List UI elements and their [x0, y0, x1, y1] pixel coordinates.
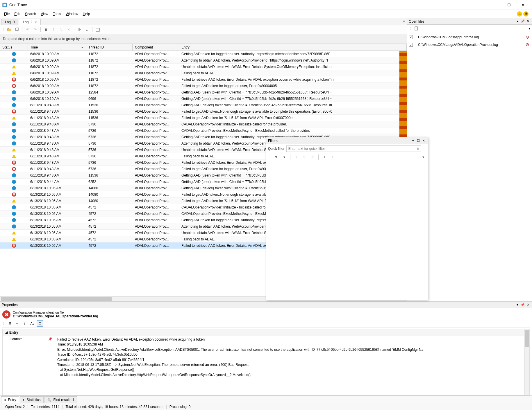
panel-pin-icon[interactable]: 📌: [520, 19, 525, 24]
cell-time: 6/6/2018 10:09 AM: [28, 84, 86, 88]
toolbar-overflow-icon[interactable]: ▾: [529, 26, 530, 30]
column-status[interactable]: Status: [0, 44, 28, 51]
log-tab[interactable]: Log_2✕: [19, 19, 40, 25]
quick-filter-input[interactable]: [286, 145, 421, 152]
filters-menu-icon[interactable]: ▾: [410, 138, 416, 143]
table-row[interactable]: i6/6/2018 10:09 AM12584ADALOperationProv…: [0, 89, 407, 96]
panel-menu-icon[interactable]: ▾: [515, 303, 520, 307]
pin-small-icon[interactable]: 📌: [48, 337, 52, 341]
table-row[interactable]: !6/6/2018 10:09 AM11872ADALOperationProv…: [0, 70, 407, 76]
info-icon: i: [12, 135, 16, 139]
cell-entry: Falling back to ADAL.: [179, 71, 407, 75]
filters-overflow-icon[interactable]: ▾: [420, 154, 426, 160]
panel-menu-icon[interactable]: ▾: [515, 19, 520, 24]
prop-view5-icon[interactable]: ⊡: [37, 320, 43, 327]
table-row[interactable]: i6/6/2018 10:09 AM11872ADALOperationProv…: [0, 57, 407, 64]
cell-time: 6/13/2018 10:05 AM: [28, 205, 86, 209]
refresh-icon[interactable]: ⟳: [76, 27, 82, 33]
panel-close-icon[interactable]: ✕: [526, 19, 530, 24]
prop-sort-icon[interactable]: A↓: [29, 320, 35, 327]
column-time[interactable]: Time▲: [28, 44, 86, 51]
scroll-thumb[interactable]: [1, 297, 112, 301]
table-row[interactable]: i6/11/2018 9:43 AM11536ADALOperationProv…: [0, 102, 407, 108]
auto-scroll-icon[interactable]: ⤓: [84, 27, 90, 33]
menu-view[interactable]: View: [38, 11, 51, 17]
menu-window[interactable]: Window: [63, 11, 81, 17]
properties-tab[interactable]: ≡Entry: [1, 396, 19, 403]
table-row[interactable]: i6/6/2018 10:10 AM9696ADALOperationProv.…: [0, 96, 407, 102]
vscroll-thumb[interactable]: [525, 330, 529, 347]
cell-entry: Getting AAD (device) token with: ClientI…: [179, 103, 407, 107]
info-icon: i: [12, 212, 16, 216]
table-row[interactable]: !6/11/2018 9:43 AM11536ADALOperationProv…: [0, 115, 407, 121]
prop-view3-icon[interactable]: ⫿: [22, 320, 28, 327]
toolbar-grip-icon: ⋮: [2, 28, 5, 31]
cell-time: 6/6/2018 10:09 AM: [28, 58, 86, 62]
cell-thread: 14080: [86, 186, 133, 190]
maximize-button[interactable]: [502, 1, 516, 9]
file-row[interactable]: ✓C:\Windows\CCM\Logs\AppEnforce.log⮿: [409, 33, 530, 41]
filters-close-icon[interactable]: ✕: [421, 138, 426, 143]
funnel-dropdown-icon[interactable]: ▾: [281, 154, 287, 160]
cell-thread: 11872: [86, 65, 133, 69]
properties-entry-head[interactable]: ◢Entry: [3, 329, 529, 336]
file-row[interactable]: ✓C:\Windows\CCM\Logs\ADALOperationProvid…: [409, 41, 530, 48]
log-tab[interactable]: Log_0: [1, 19, 18, 25]
bookmark-icon[interactable]: ▮: [43, 27, 49, 33]
cell-thread: 5736: [86, 167, 133, 171]
svg-rect-7: [16, 28, 18, 30]
tabs-overflow-icon[interactable]: ▾: [403, 19, 405, 23]
filters-titlebar[interactable]: Filters ▾ ☐ ✕: [266, 137, 428, 144]
menu-file[interactable]: File: [2, 11, 12, 17]
prop-view1-icon[interactable]: ⊞: [6, 320, 13, 327]
properties-tab[interactable]: 🔍Find results 1: [44, 396, 77, 403]
prop-view2-icon[interactable]: ☰: [14, 320, 20, 327]
cell-time: 6/13/2018 10:05 AM: [28, 186, 86, 190]
column-component[interactable]: Component: [133, 44, 179, 51]
table-row[interactable]: ✖6/11/2018 9:43 AM11536ADALOperationProv…: [0, 108, 407, 115]
cell-component: ADALOperationProv...: [133, 109, 179, 114]
cell-entry: Unable to obtain AAD token with WAM. Err…: [179, 65, 407, 69]
filter-up-icon[interactable]: ↥: [322, 154, 327, 160]
menu-search[interactable]: Search: [23, 11, 38, 17]
context-value[interactable]: Failed to retrieve AAD token. Error Deta…: [55, 336, 529, 379]
properties-vscroll[interactable]: [524, 329, 529, 395]
menu-edit[interactable]: Edit: [12, 11, 23, 17]
table-row[interactable]: i6/11/2018 9:43 AM5736ADALOperationProv.…: [0, 127, 407, 134]
menu-help[interactable]: Help: [81, 11, 92, 17]
open-file-icon[interactable]: [6, 27, 12, 33]
table-row[interactable]: i6/11/2018 9:43 AM5736ADALOperationProv.…: [0, 121, 407, 127]
file-checkbox[interactable]: ✓: [409, 43, 413, 47]
cell-component: ADALOperationProv...: [133, 244, 179, 248]
properties-tab[interactable]: ⫾Statistics: [20, 396, 44, 403]
cell-time: 6/11/2018 9:43 AM: [28, 161, 86, 165]
column-thread[interactable]: Thread ID: [86, 44, 133, 51]
cell-entry: Failed to retrieve AAD token. Error Deta…: [179, 78, 407, 82]
feedback-sad-icon[interactable]: ☹: [523, 11, 529, 17]
close-tab-icon[interactable]: ✕: [34, 20, 37, 24]
add-file-icon[interactable]: [413, 26, 419, 31]
feedback-happy-icon[interactable]: ☺: [517, 11, 522, 17]
table-row[interactable]: !6/6/2018 10:09 AM11872ADALOperationProv…: [0, 64, 407, 70]
remove-file-icon[interactable]: ⮿: [526, 35, 530, 39]
table-row[interactable]: ✖6/6/2018 10:09 AM11872ADALOperationProv…: [0, 76, 407, 83]
remove-file-icon[interactable]: ⮿: [526, 43, 530, 47]
minimize-button[interactable]: [488, 1, 502, 9]
file-checkbox[interactable]: ✓: [409, 35, 413, 39]
table-row[interactable]: i6/6/2018 10:09 AM11872ADALOperationProv…: [0, 51, 407, 57]
column-entry[interactable]: Entry: [179, 44, 407, 51]
panel-close-icon[interactable]: ✕: [526, 303, 530, 307]
delete-filter-icon: ✕: [310, 154, 315, 160]
close-button[interactable]: [516, 1, 530, 9]
calendar-icon[interactable]: [95, 27, 101, 33]
collapse-icon[interactable]: ◢: [5, 330, 8, 335]
filters-window[interactable]: Filters ▾ ☐ ✕ Quick filter ✕ ⋮ ▼ ▾ ⤓ ⤫ ✕…: [266, 137, 428, 300]
clear-filter-icon[interactable]: ✕: [416, 146, 420, 151]
group-bar[interactable]: Drag and drop a column into this area to…: [0, 34, 407, 44]
copy-icon[interactable]: [14, 27, 20, 33]
menu-tools[interactable]: Tools: [51, 11, 63, 17]
filters-maximize-icon[interactable]: ☐: [416, 138, 421, 143]
table-row[interactable]: ✖6/6/2018 10:09 AM11872ADALOperationProv…: [0, 83, 407, 89]
panel-pin-icon[interactable]: 📌: [520, 303, 525, 307]
funnel-icon[interactable]: ▼: [273, 154, 279, 160]
